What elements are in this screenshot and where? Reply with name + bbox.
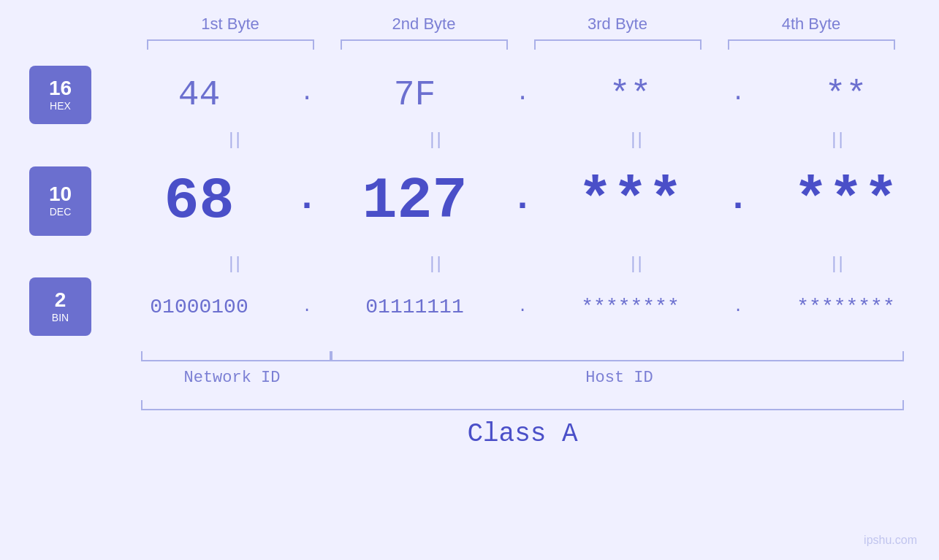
equals-7: || xyxy=(552,253,723,273)
bracket-1 xyxy=(141,39,320,53)
full-bracket xyxy=(135,396,910,410)
byte-label-2: 2nd Byte xyxy=(327,15,521,39)
dec-val-4: *** xyxy=(753,168,939,234)
bin-dot-3: . xyxy=(723,298,753,316)
hex-dot-1: . xyxy=(292,80,322,107)
byte-label-1: 1st Byte xyxy=(134,15,327,39)
host-bracket xyxy=(331,347,910,361)
main-container: 1st Byte 2nd Byte 3rd Byte 4th Byte 16 H… xyxy=(0,0,939,560)
bin-val-3: ******** xyxy=(537,296,723,318)
hex-val-4: ** xyxy=(753,75,939,115)
equals-row-1: || || || || xyxy=(150,124,924,153)
hex-values: 44 . 7F . ** . ** xyxy=(106,75,939,115)
bracket-4 xyxy=(722,39,901,53)
hex-val-2: 7F xyxy=(322,75,508,115)
equals-5: || xyxy=(150,253,322,273)
hex-row: 16 HEX 44 . 7F . ** . ** xyxy=(0,66,939,124)
byte-label-4: 4th Byte xyxy=(715,15,908,39)
bin-val-4: ******** xyxy=(753,296,939,318)
bottom-brackets xyxy=(135,347,910,361)
bin-dot-1: . xyxy=(292,298,322,316)
top-brackets xyxy=(134,39,908,53)
dec-row: 10 DEC 68 . 127 . *** . *** xyxy=(0,153,939,248)
dec-values: 68 . 127 . *** . *** xyxy=(106,168,939,234)
network-bracket xyxy=(135,347,331,361)
equals-row-2: || || || || xyxy=(150,248,924,277)
bin-row: 2 BIN 01000100 . 01111111 . ******** . *… xyxy=(0,277,939,336)
hex-base-label: HEX xyxy=(50,100,71,112)
bin-val-1: 01000100 xyxy=(106,296,292,318)
bracket-2 xyxy=(335,39,514,53)
dec-base-label: DEC xyxy=(50,206,72,218)
id-labels: Network ID Host ID xyxy=(135,369,910,387)
dec-dot-1: . xyxy=(292,177,322,219)
equals-4: || xyxy=(753,129,924,149)
hex-val-1: 44 xyxy=(106,75,292,115)
bin-base-label: BIN xyxy=(52,312,69,323)
bin-base-number: 2 xyxy=(55,290,66,310)
network-id-label: Network ID xyxy=(135,369,329,387)
hex-val-3: ** xyxy=(537,75,723,115)
dec-base-number: 10 xyxy=(49,184,72,204)
byte-label-3: 3rd Byte xyxy=(521,15,715,39)
class-label: Class A xyxy=(135,419,910,449)
equals-8: || xyxy=(753,253,924,273)
bin-values: 01000100 . 01111111 . ******** . *******… xyxy=(106,296,939,318)
dec-badge: 10 DEC xyxy=(29,166,91,236)
bin-badge: 2 BIN xyxy=(29,277,91,336)
bracket-3 xyxy=(528,39,707,53)
bottom-section: Network ID Host ID Class A xyxy=(0,347,939,449)
bin-val-2: 01111111 xyxy=(322,296,508,318)
dec-dot-2: . xyxy=(508,177,537,219)
equals-3: || xyxy=(552,129,723,149)
equals-6: || xyxy=(351,253,522,273)
dec-val-3: *** xyxy=(537,168,723,234)
hex-base-number: 16 xyxy=(49,78,72,99)
bin-dot-2: . xyxy=(508,298,537,316)
dec-val-2: 127 xyxy=(322,168,508,234)
dec-dot-3: . xyxy=(723,177,753,219)
hex-badge: 16 HEX xyxy=(29,66,91,124)
dec-val-1: 68 xyxy=(106,168,292,234)
hex-dot-2: . xyxy=(508,80,537,107)
equals-2: || xyxy=(351,129,522,149)
watermark: ipshu.com xyxy=(864,534,917,547)
equals-1: || xyxy=(150,129,322,149)
hex-dot-3: . xyxy=(723,80,753,107)
byte-labels-row: 1st Byte 2nd Byte 3rd Byte 4th Byte xyxy=(134,15,908,39)
host-id-label: Host ID xyxy=(329,369,910,387)
